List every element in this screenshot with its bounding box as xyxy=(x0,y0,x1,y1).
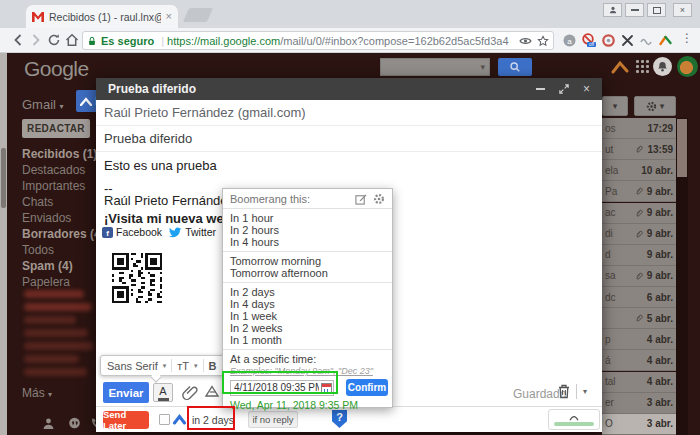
caret-down-icon: ▾ xyxy=(163,362,167,370)
email-row[interactable]: os17:29 xyxy=(602,118,676,139)
email-snippet-fragment: ela xyxy=(605,165,618,176)
subject-field[interactable]: Prueba diferido xyxy=(96,126,602,152)
social-link[interactable]: Twitter xyxy=(185,226,216,238)
send-later-button[interactable]: Send Later xyxy=(103,411,149,429)
email-row[interactable]: er3 abr. xyxy=(602,393,676,414)
email-row[interactable]: Pa9 abr. xyxy=(602,181,676,202)
extension-icon-target[interactable] xyxy=(601,33,616,48)
help-icon[interactable]: ? xyxy=(332,410,347,428)
email-row[interactable]: O3 abr. xyxy=(602,414,676,435)
minimize-button[interactable] xyxy=(625,3,644,17)
font-family-select[interactable]: Sans Serif xyxy=(107,360,158,372)
bold-button[interactable]: B xyxy=(209,360,217,372)
trash-icon[interactable] xyxy=(557,384,571,399)
reader-eye-icon[interactable] xyxy=(519,36,532,46)
email-time: 9 abr. xyxy=(647,270,673,281)
email-snippet-fragment: ac xyxy=(605,207,616,218)
email-snippet-fragment: á xyxy=(605,355,611,366)
gear-icon[interactable] xyxy=(373,193,385,205)
boomerang-respond-pill[interactable] xyxy=(548,409,600,430)
home-button[interactable] xyxy=(64,32,80,48)
email-time: 9 abr. xyxy=(647,228,673,239)
boomerang-option[interactable]: In 4 days xyxy=(223,298,392,310)
browser-menu-icon[interactable]: ⋮ xyxy=(681,31,689,46)
profile-button[interactable] xyxy=(603,3,622,17)
email-snippet-fragment: os xyxy=(605,123,616,134)
drive-icon[interactable] xyxy=(204,383,220,401)
from-field[interactable]: Raúl Prieto Fernández (gmail.com) xyxy=(96,100,602,126)
security-label: Es seguro xyxy=(101,35,154,47)
window-close-button[interactable]: × xyxy=(673,3,692,17)
email-row[interactable]: sa9 abr. xyxy=(602,266,676,287)
divider xyxy=(223,282,392,283)
attachment-icon xyxy=(634,208,644,218)
boomerang-option[interactable]: Tomorrow morning xyxy=(223,255,392,267)
attachment-icon xyxy=(634,186,644,196)
send-button[interactable]: Enviar xyxy=(103,382,149,403)
email-row[interactable]: tal4 abr. xyxy=(602,372,676,393)
email-row[interactable]: dc6 abr. xyxy=(602,287,676,308)
pop-out-icon[interactable] xyxy=(559,84,569,94)
social-link[interactable]: Facebook xyxy=(116,226,162,238)
new-tab-button[interactable] xyxy=(183,8,213,22)
edit-icon[interactable] xyxy=(355,193,367,205)
reload-button[interactable] xyxy=(46,32,62,48)
font-size-select[interactable]: тT xyxy=(177,360,189,372)
popup-title: Boomerang this: xyxy=(230,193,310,205)
email-row[interactable]: d9 abr. xyxy=(602,245,676,266)
boomerang-option[interactable]: In 4 hours xyxy=(223,236,392,248)
attach-file-icon[interactable] xyxy=(182,383,198,401)
more-options-icon[interactable]: ▾ xyxy=(583,387,587,396)
back-button[interactable] xyxy=(10,32,26,48)
confirm-button[interactable]: Confirm xyxy=(346,379,388,396)
browser-tab[interactable]: Recibidos (1) - raul.lnx@g × xyxy=(26,5,178,28)
curve-icon xyxy=(567,413,581,421)
extension-icon-boomerang[interactable] xyxy=(658,33,673,48)
divider xyxy=(203,359,204,372)
email-row[interactable]: ac9 abr. xyxy=(602,203,676,224)
boomerang-option[interactable]: In 1 week xyxy=(223,310,392,322)
forward-button[interactable] xyxy=(28,32,44,48)
email-time: 6 abr. xyxy=(647,292,673,303)
extension-icon-wave[interactable] xyxy=(639,33,654,48)
svg-text:off: off xyxy=(589,42,595,47)
divider: | xyxy=(161,35,164,47)
email-snippet-fragment: O xyxy=(605,418,613,429)
boomerang-option[interactable]: In 2 hours xyxy=(223,224,392,236)
boomerang-option[interactable]: In 1 hour xyxy=(223,212,392,224)
divider xyxy=(223,349,392,350)
progress-bar xyxy=(554,422,594,426)
email-row[interactable]: 5 abr. xyxy=(602,308,676,329)
email-row[interactable]: di9 abr. xyxy=(602,224,676,245)
boomerang-caret-icon[interactable] xyxy=(173,413,186,426)
boomerang-checkbox[interactable] xyxy=(159,414,170,425)
email-row[interactable]: ela10 abr. xyxy=(602,160,676,181)
if-no-reply-dropdown[interactable]: if no reply xyxy=(248,411,298,428)
extension-icon-translate[interactable]: a xyxy=(562,33,577,48)
list-scrollbar-thumb[interactable] xyxy=(677,119,687,177)
email-time: 13:59 xyxy=(647,144,673,155)
boomerang-option[interactable]: In 1 month xyxy=(223,334,392,346)
email-row[interactable]: ut13:59 xyxy=(602,139,676,160)
specific-time-label: At a specific time: xyxy=(223,353,392,365)
tab-close-icon[interactable]: × xyxy=(166,11,172,22)
email-row[interactable]: á4 abr. xyxy=(602,350,676,371)
email-time: 5 abr. xyxy=(647,313,673,324)
boomerang-option[interactable]: In 2 days xyxy=(223,286,392,298)
email-snippet-fragment: d xyxy=(605,249,611,260)
email-time: 4 abr. xyxy=(647,334,673,345)
minimize-icon[interactable] xyxy=(536,88,545,90)
email-time: 9 abr. xyxy=(647,186,673,197)
email-row[interactable]: p4 abr. xyxy=(602,329,676,350)
formatting-options-button[interactable]: A xyxy=(153,383,173,402)
boomerang-option[interactable]: In 2 weeks xyxy=(223,322,392,334)
bookmark-star-icon[interactable] xyxy=(537,35,549,47)
extension-icon-tools[interactable] xyxy=(620,33,635,48)
close-icon[interactable]: × xyxy=(583,83,590,95)
maximize-button[interactable] xyxy=(647,3,666,17)
address-bar[interactable]: Es seguro | https://mail.google.com/mail… xyxy=(82,31,554,50)
extension-icon-adblock-off[interactable]: off xyxy=(581,33,596,48)
compose-header[interactable]: Prueba diferido × xyxy=(96,78,602,100)
divider xyxy=(223,251,392,252)
boomerang-option[interactable]: Tomorrow afternoon xyxy=(223,267,392,279)
